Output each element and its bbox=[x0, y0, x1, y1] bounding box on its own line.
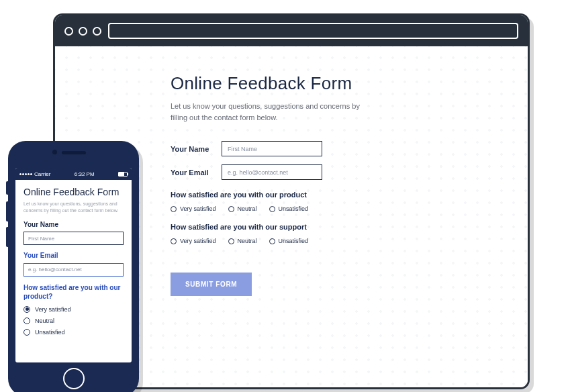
phone-side-button bbox=[6, 181, 8, 195]
mobile-radio-neutral[interactable]: Neutral bbox=[23, 317, 124, 324]
question-support-label: How satisfied are you with our support bbox=[171, 223, 528, 231]
radio-unsatisfied[interactable]: Unsatisfied bbox=[269, 205, 309, 212]
radio-label: Neutral bbox=[35, 317, 54, 324]
phone-device: Carrier 6:32 PM Online Feedback Form Let… bbox=[8, 141, 139, 392]
question-product: How satisfied are you with our product V… bbox=[171, 191, 528, 212]
radio-unsatisfied[interactable]: Unsatisfied bbox=[269, 238, 309, 244]
radio-label: Very satisfied bbox=[180, 205, 216, 212]
form-subtitle: Let us know your questions, suggestions … bbox=[171, 101, 372, 124]
mobile-name-input[interactable] bbox=[23, 232, 124, 245]
radio-neutral[interactable]: Neutral bbox=[228, 205, 257, 212]
radio-row-support: Very satisfied Neutral Unsatisfied bbox=[171, 238, 528, 244]
radio-very-satisfied[interactable]: Very satisfied bbox=[171, 238, 216, 244]
carrier-label: Carrier bbox=[34, 171, 50, 177]
phone-side-button bbox=[6, 201, 8, 222]
radio-label: Neutral bbox=[238, 205, 257, 212]
radio-neutral[interactable]: Neutral bbox=[228, 238, 257, 244]
mobile-email-input[interactable] bbox=[23, 263, 124, 277]
name-field-row: Your Name bbox=[171, 141, 528, 156]
radio-icon bbox=[171, 238, 177, 244]
radio-icon bbox=[23, 329, 30, 336]
radio-icon bbox=[269, 206, 275, 212]
mobile-radio-very-satisfied[interactable]: Very satisfied bbox=[23, 306, 124, 313]
radio-label: Very satisfied bbox=[35, 306, 71, 313]
mobile-name-label: Your Name bbox=[23, 221, 124, 228]
radio-icon bbox=[228, 206, 234, 212]
radio-very-satisfied[interactable]: Very satisfied bbox=[171, 205, 216, 212]
submit-button[interactable]: SUBMIT FORM bbox=[171, 273, 252, 296]
email-label: Your Email bbox=[171, 168, 212, 177]
mobile-subtitle: Let us know your questions, suggestions … bbox=[23, 201, 124, 214]
form-title: Online Feedback Form bbox=[171, 73, 528, 94]
home-button-icon[interactable] bbox=[63, 368, 85, 389]
status-bar: Carrier 6:32 PM bbox=[15, 168, 132, 180]
radio-row-product: Very satisfied Neutral Unsatisfied bbox=[171, 205, 528, 212]
status-left: Carrier bbox=[19, 171, 50, 177]
window-dot-icon[interactable] bbox=[64, 27, 73, 36]
phone-side-button bbox=[6, 227, 8, 247]
radio-icon bbox=[23, 317, 30, 324]
name-label: Your Name bbox=[171, 145, 212, 153]
radio-label: Very satisfied bbox=[180, 238, 216, 244]
radio-label: Unsatisfied bbox=[279, 205, 309, 212]
window-dot-icon[interactable] bbox=[93, 27, 101, 36]
browser-title-bar bbox=[55, 15, 528, 46]
phone-content: Online Feedback Form Let us know your qu… bbox=[15, 180, 132, 347]
phone-screen: Carrier 6:32 PM Online Feedback Form Let… bbox=[15, 168, 132, 362]
mobile-title: Online Feedback Form bbox=[23, 187, 124, 197]
signal-icon bbox=[19, 173, 32, 175]
radio-label: Unsatisfied bbox=[35, 329, 65, 336]
radio-icon bbox=[171, 206, 177, 212]
name-input[interactable] bbox=[222, 141, 322, 156]
radio-icon bbox=[228, 238, 234, 244]
battery-icon bbox=[118, 172, 128, 177]
radio-icon bbox=[23, 306, 30, 313]
question-support: How satisfied are you with our support V… bbox=[171, 223, 528, 244]
radio-label: Neutral bbox=[238, 238, 257, 244]
window-controls bbox=[64, 27, 101, 36]
radio-label: Unsatisfied bbox=[279, 238, 309, 244]
mobile-radio-unsatisfied[interactable]: Unsatisfied bbox=[23, 329, 124, 336]
address-bar[interactable] bbox=[108, 23, 518, 39]
email-input[interactable] bbox=[222, 164, 322, 180]
question-product-label: How satisfied are you with our product bbox=[171, 191, 528, 199]
mobile-question: How satisfied are you with our product? bbox=[23, 283, 124, 301]
status-time: 6:32 PM bbox=[75, 171, 95, 177]
email-field-row: Your Email bbox=[171, 164, 528, 180]
mobile-email-label: Your Email bbox=[23, 252, 124, 259]
window-dot-icon[interactable] bbox=[79, 27, 87, 36]
status-right bbox=[118, 172, 128, 177]
radio-icon bbox=[269, 238, 275, 244]
